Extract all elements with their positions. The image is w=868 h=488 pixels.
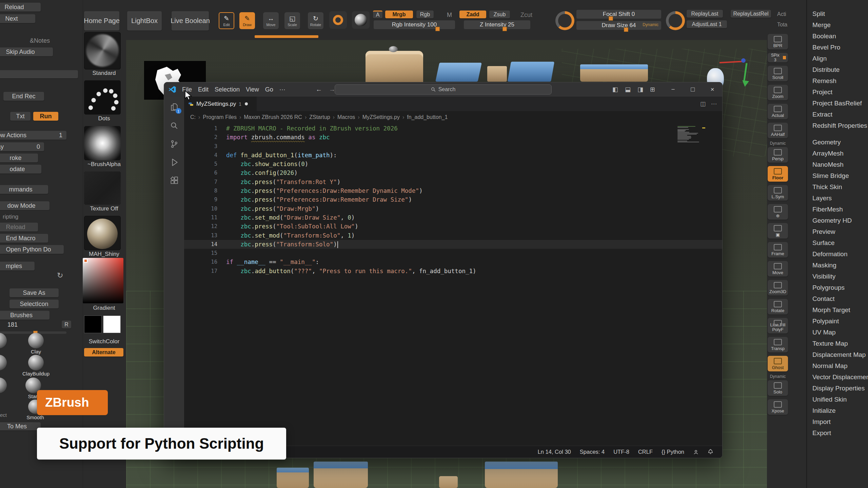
tool-menu-item[interactable]: Extract xyxy=(807,109,868,120)
tool-menu-item[interactable]: Thick Skin xyxy=(807,181,868,192)
tool-menu-item[interactable]: Remesh xyxy=(807,75,868,86)
model-tan-box[interactable] xyxy=(487,66,507,82)
code-line-9[interactable]: 9 zbc.press("Preferences:Draw:Remember D… xyxy=(184,195,722,204)
switch-color-label[interactable]: SwitchColor xyxy=(78,338,130,345)
stroke-thumbnail[interactable] xyxy=(84,80,121,115)
tool-menu-item[interactable]: Vector Displacement xyxy=(807,371,868,383)
refresh-icon[interactable]: ↻ xyxy=(57,271,63,280)
menubar-item[interactable]: ··· xyxy=(276,82,289,97)
split-editor-icon[interactable]: ◫ xyxy=(700,100,706,107)
code-line-5[interactable]: 5 zbc.show_actions(0) xyxy=(184,160,722,168)
nav-back-button[interactable]: ← xyxy=(316,82,322,97)
current-brush-thumbnail[interactable] xyxy=(84,32,121,69)
editor-more-actions-icon[interactable]: ⋯ xyxy=(711,100,717,107)
brush-thumb-cut-1[interactable] xyxy=(0,333,7,348)
code-line-2[interactable]: 2import zbrush.commands as zbc xyxy=(184,133,722,142)
shelf-xpose[interactable]: Xpose xyxy=(768,399,788,415)
customize-layout-icon[interactable]: ⊞ xyxy=(650,82,655,97)
alpha-thumbnail[interactable] xyxy=(84,126,121,160)
tool-menu-item[interactable]: Contact xyxy=(807,293,868,304)
toggle-panel-icon[interactable]: ⬓ xyxy=(625,82,631,97)
shelf-ghost[interactable]: Ghost xyxy=(768,356,788,371)
draw-size-slider[interactable]: Draw Size 64 Dynamic xyxy=(576,21,661,30)
code-line-11[interactable]: 11 zbc.set_mod("Draw:Draw Size", 0) xyxy=(184,213,722,222)
dynamic-size-button[interactable] xyxy=(666,11,685,30)
tool-menu-item[interactable]: Split xyxy=(807,8,868,19)
focal-curve-button[interactable] xyxy=(555,11,574,30)
tool-menu-item[interactable]: Slime Bridge xyxy=(807,170,868,181)
search-view-icon[interactable] xyxy=(170,121,179,130)
shelf-persp[interactable]: Persp xyxy=(768,147,788,163)
tool-menu-item[interactable]: ArrayMesh xyxy=(807,148,868,159)
code-line-1[interactable]: 1# ZBRUSH MACRO - Recorded in ZBrush ver… xyxy=(184,124,722,133)
lightbox-button[interactable]: LightBox xyxy=(127,11,162,30)
material-thumbnail[interactable] xyxy=(84,216,121,250)
code-line-10[interactable]: 10 zbc.press("Draw:Mrgb") xyxy=(184,204,722,213)
search-input[interactable]: Search xyxy=(335,84,552,95)
shelf-floor[interactable]: Floor xyxy=(768,166,788,182)
shelf-move[interactable]: Move xyxy=(768,261,788,277)
mrgb-button[interactable]: Mrgb xyxy=(385,11,413,18)
samples-button[interactable]: mples xyxy=(0,262,35,270)
brushes-button[interactable]: Brushes xyxy=(0,311,50,320)
z-intensity-handle[interactable] xyxy=(502,27,507,31)
adjust-last-slider[interactable]: AdjustLast 1 xyxy=(687,20,727,28)
shelf-solo[interactable]: Solo xyxy=(768,380,788,396)
tool-menu-item[interactable]: Align xyxy=(807,53,868,64)
shelf-aahalf[interactable]: AAHalf xyxy=(768,123,788,138)
alternate-button[interactable]: Alternate xyxy=(84,348,123,357)
zadd-button[interactable]: Zadd xyxy=(459,11,486,18)
commands-button[interactable]: mmands xyxy=(0,185,48,194)
notes-label[interactable]: &Notes xyxy=(30,37,50,44)
show-actions-row[interactable]: ow Actions 1 xyxy=(0,131,66,140)
shelf-l-sym[interactable]: L.Sym xyxy=(768,185,788,201)
tool-menu-item[interactable]: Morph Target xyxy=(807,304,868,316)
tab-dirty-indicator[interactable] xyxy=(245,102,248,105)
explorer-icon[interactable]: 1 xyxy=(170,103,179,112)
encoding[interactable]: UTF-8 xyxy=(613,449,629,455)
clay-buildup-brush[interactable] xyxy=(28,355,44,370)
shelf-zoom3d[interactable]: Zoom3D xyxy=(768,280,788,296)
reload-button[interactable]: Reload xyxy=(0,3,41,12)
window-mode-button[interactable]: dow Mode xyxy=(0,201,50,210)
model-blue-slab-2[interactable] xyxy=(508,62,554,82)
shelf-gyro[interactable]: ⊕ xyxy=(768,204,788,220)
tool-menu-item[interactable]: Geometry xyxy=(807,137,868,148)
tool-menu-item[interactable]: Polygroups xyxy=(807,282,868,293)
model-counter[interactable] xyxy=(580,64,648,82)
run-button[interactable]: Run xyxy=(33,112,58,121)
open-python-button[interactable]: Open Python Do xyxy=(0,245,64,254)
toggle-secondary-sidebar-icon[interactable]: ◨ xyxy=(637,82,643,97)
focal-shift-slider[interactable]: Focal Shift 0 xyxy=(576,10,661,19)
tool-menu-item[interactable]: Geometry HD xyxy=(807,215,868,226)
texture-thumbnail[interactable] xyxy=(84,171,121,205)
minimap[interactable] xyxy=(677,126,702,143)
wide-button[interactable] xyxy=(0,70,78,78)
tool-menu-item[interactable]: Normal Map xyxy=(807,360,868,371)
brush-ring-button[interactable] xyxy=(329,11,347,29)
toggle-sidebar-icon[interactable]: ◧ xyxy=(612,82,618,97)
m-toggle[interactable]: M xyxy=(447,12,452,19)
tool-menu-item[interactable]: Unified Skin xyxy=(807,394,868,405)
code-line-7[interactable]: 7 zbc.press("Transform:Rot Y") xyxy=(184,178,722,186)
shelf-pivot[interactable]: ▣ xyxy=(768,223,788,239)
next-button[interactable]: Next xyxy=(0,14,35,23)
menubar-item[interactable]: Selection xyxy=(212,82,243,97)
live-boolean-button[interactable]: Live Boolean xyxy=(172,11,209,30)
r-button[interactable]: R xyxy=(62,321,71,328)
clay-brush[interactable] xyxy=(28,333,44,348)
code-line-8[interactable]: 8 zbc.press("Preferences:Draw:Remember D… xyxy=(184,186,722,195)
menubar-item[interactable]: View xyxy=(243,82,262,97)
tool-menu-item[interactable]: NanoMesh xyxy=(807,159,868,170)
shelf-bpr[interactable]: BPR xyxy=(768,34,788,49)
material-sphere-button[interactable] xyxy=(352,11,370,29)
end-macro-button[interactable]: End Macro xyxy=(0,234,48,243)
focal-shift-handle[interactable] xyxy=(609,16,613,21)
eol-sequence[interactable]: CRLF xyxy=(638,449,653,455)
minimize-button[interactable]: − xyxy=(663,82,683,97)
tool-menu-item[interactable]: Project xyxy=(807,86,868,98)
to-mesh-button[interactable]: To Mes xyxy=(0,422,41,430)
tool-menu-item[interactable]: Layers xyxy=(807,192,868,204)
extensions-icon[interactable] xyxy=(170,176,179,185)
code-line-16[interactable]: 16if __name__ == "__main__": xyxy=(184,258,722,266)
